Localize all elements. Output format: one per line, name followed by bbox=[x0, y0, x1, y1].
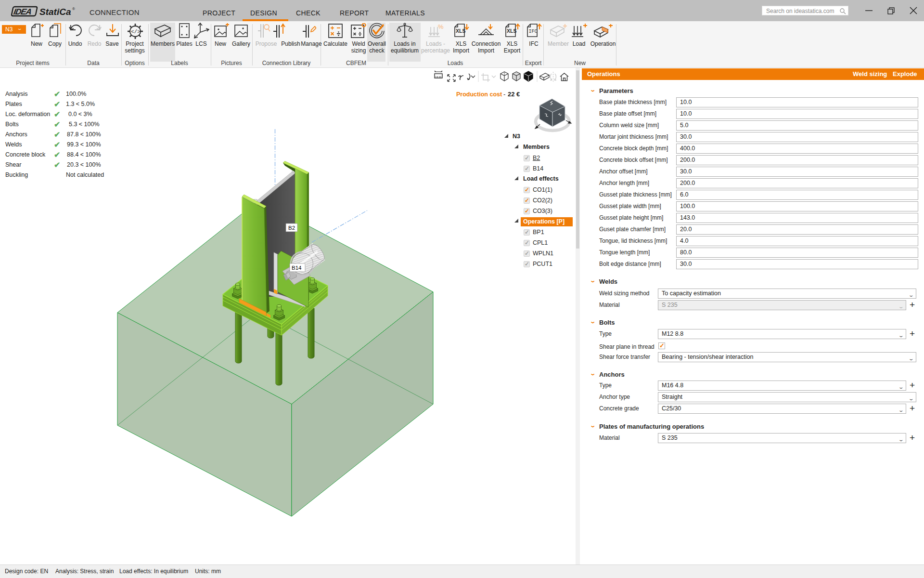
svg-text:</>: </> bbox=[131, 29, 141, 35]
svg-text:IFC: IFC bbox=[529, 29, 538, 34]
svg-text:XLS: XLS bbox=[507, 28, 516, 34]
svg-text:22 €: 22 € bbox=[508, 91, 520, 98]
svg-text:Production cost: Production cost bbox=[456, 91, 502, 98]
svg-text:StatiCa: StatiCa bbox=[39, 7, 71, 17]
svg-text:-: - bbox=[503, 91, 505, 98]
svg-text:IDEA: IDEA bbox=[13, 7, 32, 16]
svg-text:%: % bbox=[438, 23, 444, 30]
svg-text:®: ® bbox=[72, 7, 75, 11]
svg-text:B2: B2 bbox=[288, 225, 295, 231]
svg-text:B14: B14 bbox=[292, 265, 302, 271]
svg-text:XLS: XLS bbox=[456, 28, 465, 34]
